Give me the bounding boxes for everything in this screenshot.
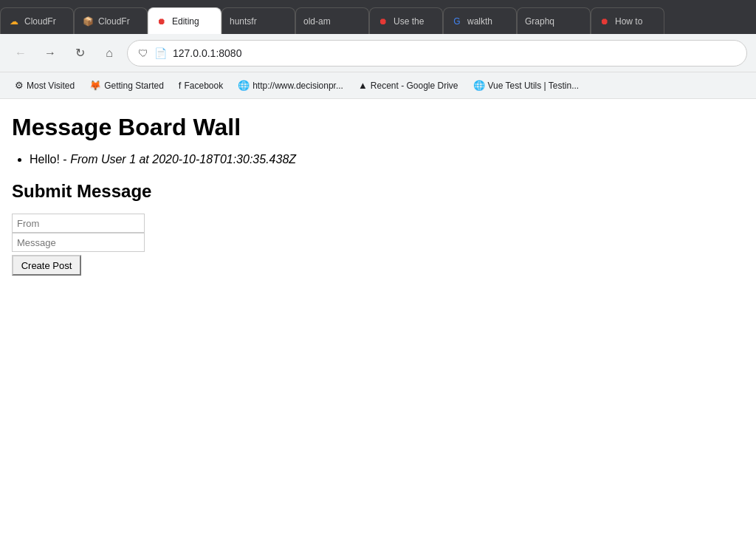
bookmark-bm2[interactable]: 🦊Getting Started <box>83 77 170 94</box>
tab-label-tab4: huntsfr <box>230 16 257 27</box>
tab-icon-tab3: ⏺ <box>156 16 168 27</box>
bookmark-label-bm2: Getting Started <box>104 81 164 91</box>
address-text: 127.0.0.1:8080 <box>173 47 736 59</box>
bookmark-icon-bm5: ▲ <box>358 80 368 91</box>
bookmark-label-bm5: Recent - Google Drive <box>371 81 458 91</box>
tab-icon-tab7: G <box>451 16 463 27</box>
bookmark-bm5[interactable]: ▲Recent - Google Drive <box>352 77 464 94</box>
tab-label-tab8: Graphq <box>525 16 554 27</box>
bookmark-label-bm1: Most Visited <box>27 81 75 91</box>
forward-button[interactable]: → <box>38 41 62 65</box>
page-title: Message Board Wall <box>12 114 744 141</box>
tab-tab3[interactable]: ⏺Editing <box>148 7 221 34</box>
tab-tab6[interactable]: ⏺Use the <box>369 7 443 34</box>
bookmark-label-bm6: Vue Test Utils | Testin... <box>488 81 580 91</box>
tab-label-tab6: Use the <box>394 16 424 27</box>
home-button[interactable]: ⌂ <box>97 41 121 65</box>
tab-label-tab7: walkth <box>467 16 492 27</box>
tab-icon-tab6: ⏺ <box>377 16 389 27</box>
tab-tab2[interactable]: 📦CloudFr <box>74 7 148 34</box>
tab-icon-tab9: ⏺ <box>599 16 611 27</box>
tab-icon-tab1: ☁ <box>8 16 20 27</box>
message-meta-0: From User 1 at 2020-10-18T01:30:35.438Z <box>70 153 296 166</box>
message-item-0: Hello! - From User 1 at 2020-10-18T01:30… <box>30 153 744 166</box>
tab-label-tab1: CloudFr <box>24 16 56 27</box>
bookmark-icon-bm4: 🌐 <box>238 80 250 91</box>
tab-label-tab5: old-am <box>303 16 331 27</box>
tab-tab1[interactable]: ☁CloudFr <box>0 7 74 34</box>
address-bar[interactable]: 🛡 📄 127.0.0.1:8080 <box>127 40 747 67</box>
tab-bar: ☁CloudFr📦CloudFr⏺Editinghuntsfrold-am⏺Us… <box>0 0 756 34</box>
tab-tab7[interactable]: Gwalkth <box>443 7 517 34</box>
tab-tab5[interactable]: old-am <box>295 7 369 34</box>
tab-label-tab9: How to <box>615 16 642 27</box>
browser-chrome: ☁CloudFr📦CloudFr⏺Editinghuntsfrold-am⏺Us… <box>0 0 756 99</box>
submit-form: Create Post <box>12 214 744 276</box>
bookmark-icon-bm1: ⚙ <box>15 80 24 91</box>
bookmark-bm3[interactable]: fFacebook <box>173 77 229 94</box>
page-content: Message Board Wall Hello! - From User 1 … <box>0 99 756 549</box>
toolbar: ← → ↻ ⌂ 🛡 📄 127.0.0.1:8080 <box>0 34 756 72</box>
reload-button[interactable]: ↻ <box>68 41 92 65</box>
message-list: Hello! - From User 1 at 2020-10-18T01:30… <box>30 153 744 166</box>
shield-icon: 🛡 <box>138 47 148 59</box>
bookmarks-bar: ⚙Most Visited🦊Getting StartedfFacebook🌐h… <box>0 72 756 99</box>
from-input[interactable] <box>12 214 145 233</box>
tab-tab9[interactable]: ⏺How to <box>591 7 664 34</box>
tab-tab8[interactable]: Graphq <box>517 7 591 34</box>
tab-label-tab3: Editing <box>172 16 199 27</box>
create-post-button[interactable]: Create Post <box>12 255 81 276</box>
bookmark-icon-bm2: 🦊 <box>89 80 101 91</box>
submit-section-title: Submit Message <box>12 181 744 202</box>
tab-label-tab2: CloudFr <box>98 16 130 27</box>
back-button[interactable]: ← <box>9 41 32 65</box>
bookmark-bm6[interactable]: 🌐Vue Test Utils | Testin... <box>467 77 585 94</box>
page-icon: 📄 <box>154 47 167 59</box>
message-input[interactable] <box>12 233 145 252</box>
bookmark-bm1[interactable]: ⚙Most Visited <box>9 77 80 94</box>
bookmark-icon-bm3: f <box>179 80 182 91</box>
bookmark-icon-bm6: 🌐 <box>473 80 485 91</box>
tab-icon-tab2: 📦 <box>82 16 94 27</box>
tab-tab4[interactable]: huntsfr <box>221 7 295 34</box>
bookmark-label-bm3: Facebook <box>184 81 223 91</box>
bookmark-bm4[interactable]: 🌐http://www.decisionpr... <box>232 77 349 94</box>
bookmark-label-bm4: http://www.decisionpr... <box>252 81 343 91</box>
